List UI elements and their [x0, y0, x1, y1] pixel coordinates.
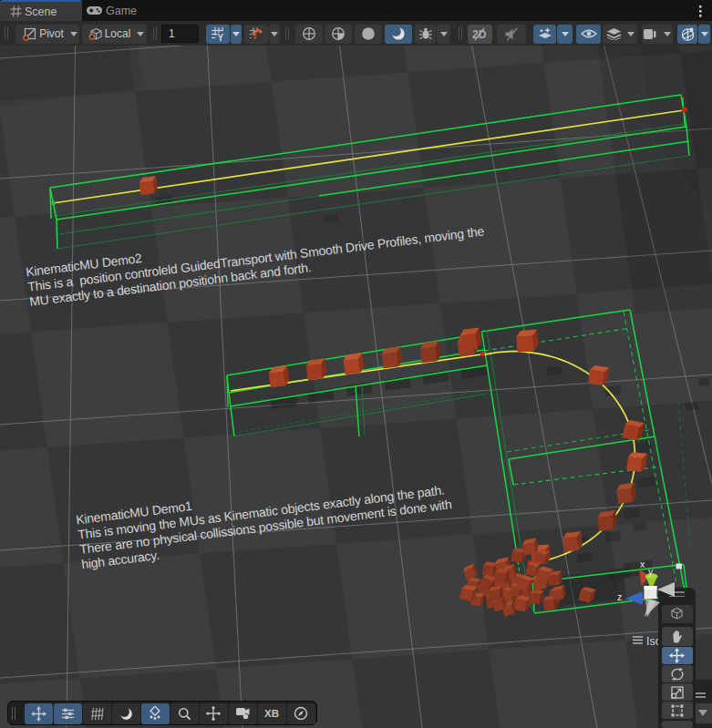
svg-text:Y: Y [218, 33, 224, 42]
